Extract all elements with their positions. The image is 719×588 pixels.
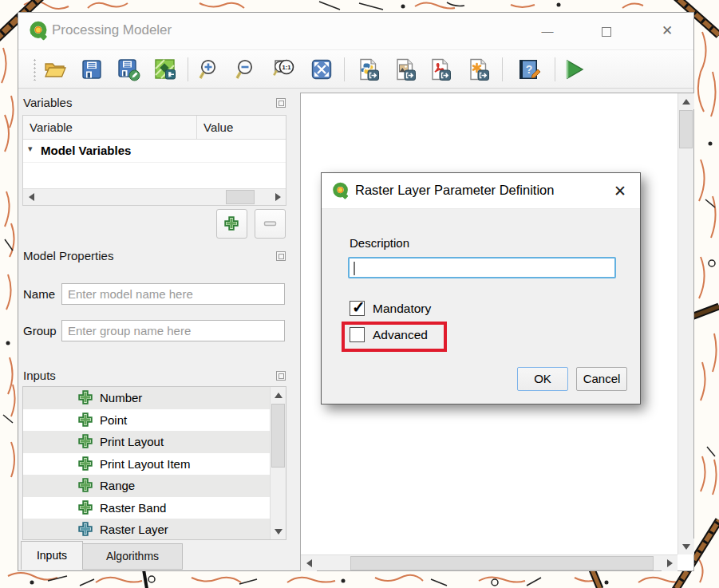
mandatory-label: Mandatory: [373, 302, 431, 316]
input-item-point[interactable]: Point: [23, 409, 271, 432]
svg-file-icon: [466, 57, 490, 81]
dialog-title: Raster Layer Parameter Definition: [355, 183, 554, 198]
float-panel-icon[interactable]: [276, 98, 286, 108]
scroll-down-icon: [682, 544, 690, 550]
scroll-left-button[interactable]: [23, 189, 39, 205]
plus-icon: [78, 478, 93, 493]
ok-button[interactable]: OK: [517, 367, 568, 391]
zoom-actual-icon: 1:1: [271, 57, 296, 81]
zoom-in-button[interactable]: [196, 55, 224, 84]
input-item-raster-layer[interactable]: Raster Layer: [23, 519, 271, 540]
input-item-print-layout[interactable]: Print Layout: [23, 431, 271, 453]
qgis-logo-icon: [332, 182, 350, 200]
plus-icon: [78, 412, 93, 428]
open-model-button[interactable]: [41, 55, 69, 84]
raster-layer-parameter-dialog: Raster Layer Parameter Definition ✕ Desc…: [321, 172, 641, 404]
export-image-button[interactable]: [390, 55, 419, 84]
scroll-up-button[interactable]: [271, 387, 286, 403]
maximize-button[interactable]: [588, 13, 625, 49]
zoom-out-icon: [235, 57, 259, 81]
scrollbar-thumb[interactable]: [271, 404, 285, 468]
canvas-h-scrollbar[interactable]: [301, 554, 678, 570]
variables-table: Variable Value ▾ Model Variables: [22, 115, 286, 206]
minimize-button[interactable]: —: [529, 13, 566, 49]
run-model-button[interactable]: [559, 55, 588, 84]
input-item-number[interactable]: Number: [23, 387, 271, 409]
group-label: Group: [23, 324, 57, 337]
close-dialog-button[interactable]: ✕: [608, 180, 632, 203]
scroll-down-button[interactable]: [678, 539, 694, 554]
scroll-down-icon: [275, 529, 282, 535]
zoom-full-button[interactable]: [307, 55, 336, 84]
scroll-down-button[interactable]: [271, 523, 286, 539]
scroll-up-icon: [682, 99, 690, 105]
input-item-range[interactable]: Range: [23, 475, 271, 497]
pdf-file-icon: [428, 57, 452, 81]
input-item-raster-band[interactable]: Raster Band: [23, 497, 271, 519]
scroll-right-icon: [275, 193, 281, 201]
tab-algorithms[interactable]: Algorithms: [82, 543, 183, 570]
close-window-button[interactable]: ✕: [649, 13, 685, 49]
model-name-input[interactable]: [61, 283, 285, 305]
zoom-actual-button[interactable]: 1:1: [269, 55, 298, 84]
edit-help-button[interactable]: ?: [515, 55, 543, 84]
mandatory-checkbox-row[interactable]: ✓ Mandatory: [350, 301, 431, 316]
toolbar: 1:1: [18, 49, 693, 89]
plus-icon: [78, 390, 93, 405]
remove-minus-icon: [263, 216, 278, 231]
float-panel-icon[interactable]: [276, 251, 286, 261]
scroll-right-button[interactable]: [662, 555, 678, 571]
scrollbar-thumb[interactable]: [350, 556, 654, 570]
column-header-value[interactable]: Value: [197, 116, 233, 139]
mandatory-checkbox[interactable]: ✓: [350, 301, 365, 316]
zoom-in-icon: [198, 57, 222, 81]
cancel-button[interactable]: Cancel: [576, 367, 627, 391]
add-variable-button[interactable]: [216, 209, 247, 239]
tab-inputs[interactable]: Inputs: [21, 541, 83, 570]
zoom-out-button[interactable]: [232, 55, 261, 84]
text-caret: [354, 262, 355, 275]
toolbar-separator: [502, 57, 503, 81]
window-titlebar[interactable]: Processing Modeler — ✕: [18, 13, 693, 49]
window-title: Processing Modeler: [52, 22, 172, 38]
zoom-full-icon: [310, 57, 334, 81]
variables-panel-title: Variables: [23, 96, 72, 109]
expander-icon[interactable]: ▾: [28, 144, 33, 154]
close-icon: ✕: [614, 183, 626, 199]
inputs-panel-title: Inputs: [23, 369, 56, 382]
canvas-v-scrollbar[interactable]: [678, 93, 693, 554]
export-svg-button[interactable]: [464, 55, 492, 84]
close-icon: ✕: [662, 23, 673, 38]
scroll-left-button[interactable]: [301, 555, 317, 571]
save-model-as-button[interactable]: [114, 55, 143, 84]
scroll-right-button[interactable]: [270, 189, 286, 205]
export-python-button[interactable]: [354, 55, 382, 84]
svg-text:1:1: 1:1: [282, 64, 291, 71]
model-image-icon: [153, 57, 177, 81]
model-variables-group-row[interactable]: ▾ Model Variables: [23, 140, 286, 163]
maximize-icon: [602, 27, 611, 37]
scroll-right-icon: [667, 559, 673, 567]
model-group-input[interactable]: [61, 320, 285, 341]
svg-text:?: ?: [526, 63, 533, 76]
variables-table-header: Variable Value: [23, 116, 286, 140]
scrollbar-thumb[interactable]: [679, 110, 693, 148]
description-input[interactable]: [348, 257, 616, 278]
inputs-v-scrollbar[interactable]: [270, 387, 286, 539]
float-panel-icon[interactable]: [276, 371, 286, 381]
scrollbar-thumb[interactable]: [226, 190, 255, 204]
export-pdf-button[interactable]: [425, 55, 454, 84]
export-model-image-button[interactable]: [151, 55, 180, 84]
dialog-titlebar[interactable]: Raster Layer Parameter Definition ✕: [322, 173, 640, 209]
scroll-up-icon: [275, 393, 282, 398]
add-plus-icon: [224, 216, 239, 231]
column-header-variable[interactable]: Variable: [23, 116, 197, 139]
save-model-button[interactable]: [77, 55, 106, 84]
remove-variable-button[interactable]: [255, 209, 286, 239]
variables-h-scrollbar[interactable]: [23, 188, 286, 205]
scroll-up-button[interactable]: [678, 93, 694, 109]
toolbar-separator: [555, 57, 555, 81]
toolbar-drag-handle[interactable]: [33, 58, 37, 81]
description-label: Description: [350, 236, 409, 250]
input-item-print-layout-item[interactable]: Print Layout Item: [23, 453, 271, 476]
